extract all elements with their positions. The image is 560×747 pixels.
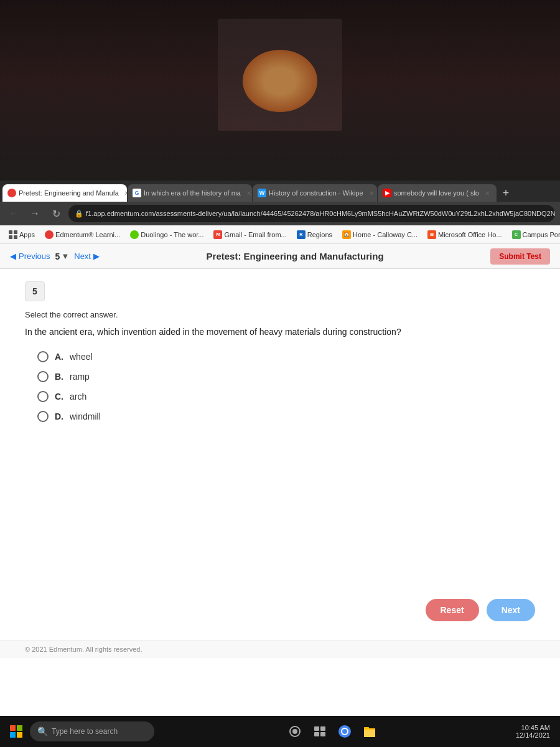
question-content: 5 Select the correct answer. In the anci… [0, 269, 560, 580]
tab-label-pretest: Pretest: Engineering and Manufa [19, 189, 119, 197]
tab-close-wiki[interactable]: ✕ [367, 189, 376, 197]
option-d[interactable]: D. windmill [37, 411, 535, 422]
svg-rect-9 [320, 732, 325, 736]
tab-favicon-google: G [133, 189, 141, 197]
bottom-actions: Reset Next [0, 580, 560, 640]
previous-arrow-icon: ◀ [10, 251, 16, 261]
previous-label: Previous [19, 251, 50, 261]
tab-wiki[interactable]: W History of construction - Wikipe ✕ [253, 184, 377, 202]
tab-favicon-youtube: ▶ [383, 189, 391, 197]
question-text: In the ancient era, which invention aide… [25, 326, 535, 339]
footer-text: © 2021 Edmentum. All rights reserved. [25, 646, 142, 653]
microsoft-favicon: ⊞ [427, 230, 436, 239]
tab-youtube[interactable]: ▶ somebody will love you ( slo ✕ [378, 184, 497, 202]
tab-close-pretest[interactable]: ✕ [123, 189, 127, 197]
svg-point-5 [292, 729, 297, 734]
circle-icon [289, 725, 301, 738]
bookmark-regions-label: Regions [307, 231, 332, 238]
page-footer: © 2021 Edmentum. All rights reserved. [0, 640, 560, 658]
option-c-text: arch [70, 392, 86, 402]
tab-close-google[interactable]: ✕ [245, 189, 252, 197]
edmentum-favicon [45, 230, 54, 239]
test-title: Pretest: Engineering and Manufacturing [105, 251, 485, 261]
duolingo-favicon [130, 230, 139, 239]
option-c[interactable]: C. arch [37, 391, 535, 402]
svg-rect-3 [17, 732, 22, 738]
taskbar-explorer-icon[interactable] [358, 720, 381, 743]
svg-rect-1 [17, 725, 22, 731]
bookmark-edmentum[interactable]: Edmentum® Learni... [41, 229, 124, 240]
question-dropdown-arrow[interactable]: ▼ [61, 251, 69, 261]
svg-rect-6 [314, 726, 319, 731]
option-d-text: windmill [70, 411, 101, 421]
bookmark-gmail-label: Gmail - Email from... [224, 231, 286, 238]
bookmarks-bar: Apps Edmentum® Learni... Duolingo - The … [0, 225, 560, 244]
tab-label-wiki: History of construction - Wikipe [269, 189, 363, 197]
back-button[interactable]: ← [5, 205, 22, 222]
date-display: 12/14/2021 [516, 731, 550, 739]
option-a-label: A. [55, 352, 63, 362]
tab-close-youtube[interactable]: ✕ [483, 189, 492, 197]
taskbar-search-placeholder: Type here to search [52, 727, 118, 736]
svg-rect-2 [10, 732, 16, 738]
address-text: f1.app.edmentum.com/assessments-delivery… [86, 210, 555, 217]
taskbar-time: 10:45 AM 12/14/2021 [511, 724, 555, 739]
tab-label-google: In which era of the history of ma [144, 189, 241, 197]
reset-button[interactable]: Reset [426, 599, 479, 621]
svg-rect-8 [314, 732, 319, 736]
task-view-icon [314, 725, 326, 738]
previous-button[interactable]: ◀ Previous [10, 251, 50, 261]
svg-rect-14 [364, 730, 375, 737]
address-bar-row: ← → ↻ 🔒 f1.app.edmentum.com/assessments-… [0, 202, 560, 225]
taskbar-chrome-icon[interactable] [334, 720, 356, 743]
bookmark-regions[interactable]: R Regions [293, 229, 336, 240]
bookmark-duolingo[interactable]: Duolingo - The wor... [126, 229, 207, 240]
next-button[interactable]: Next [487, 599, 535, 621]
option-a[interactable]: A. wheel [37, 351, 535, 362]
tab-favicon-wiki: W [258, 189, 266, 197]
option-a-text: wheel [70, 352, 93, 362]
forward-button[interactable]: → [26, 205, 44, 222]
option-c-label: C. [55, 392, 63, 402]
start-button[interactable] [5, 720, 27, 743]
taskbar-task-view-icon[interactable] [309, 720, 331, 743]
svg-rect-15 [364, 727, 369, 730]
time-display: 10:45 AM [516, 724, 550, 731]
file-explorer-icon [363, 725, 376, 738]
bookmark-microsoft[interactable]: ⊞ Microsoft Office Ho... [424, 229, 506, 240]
taskbar-cortana-icon[interactable] [284, 720, 306, 743]
background-photo [0, 0, 560, 199]
tab-pretest[interactable]: Pretest: Engineering and Manufa ✕ [2, 184, 127, 202]
chrome-icon [337, 724, 352, 739]
radio-c[interactable] [37, 391, 49, 402]
next-nav-icon: ▶ [93, 251, 100, 261]
campus-favicon: C [512, 230, 521, 239]
option-b-text: ramp [70, 372, 90, 382]
gmail-favicon: M [213, 230, 222, 239]
new-tab-button[interactable]: + [497, 184, 515, 202]
submit-test-button[interactable]: Submit Test [490, 248, 550, 265]
content-area: ◀ Previous 5 ▼ Next ▶ Pretest: Engineeri… [0, 244, 560, 716]
bookmark-home-calloway[interactable]: 🏠 Home - Calloway C... [338, 229, 421, 240]
option-b-label: B. [55, 372, 63, 382]
svg-rect-7 [320, 726, 325, 731]
radio-b[interactable] [37, 371, 49, 382]
bookmark-apps-label: Apps [19, 231, 35, 238]
tab-google[interactable]: G In which era of the history of ma ✕ [128, 184, 252, 202]
bookmark-edmentum-label: Edmentum® Learni... [55, 231, 120, 238]
bookmark-campus[interactable]: C Campus Port... [508, 229, 561, 240]
windows-taskbar: 🔍 Type here to search 10:45 AM [0, 716, 560, 747]
next-nav-label: Next [74, 251, 91, 261]
option-b[interactable]: B. ramp [37, 371, 535, 382]
address-bar[interactable]: 🔒 f1.app.edmentum.com/assessments-delive… [68, 205, 555, 222]
bookmark-gmail[interactable]: M Gmail - Email from... [210, 229, 290, 240]
next-nav-button[interactable]: Next ▶ [74, 251, 100, 261]
refresh-button[interactable]: ↻ [47, 205, 65, 222]
tab-label-youtube: somebody will love you ( slo [394, 189, 479, 197]
bookmark-apps[interactable]: Apps [5, 229, 39, 240]
taskbar-search[interactable]: 🔍 Type here to search [30, 721, 154, 741]
radio-d[interactable] [37, 411, 49, 422]
windows-logo-icon [10, 725, 22, 738]
radio-a[interactable] [37, 351, 49, 362]
regions-favicon: R [297, 230, 306, 239]
